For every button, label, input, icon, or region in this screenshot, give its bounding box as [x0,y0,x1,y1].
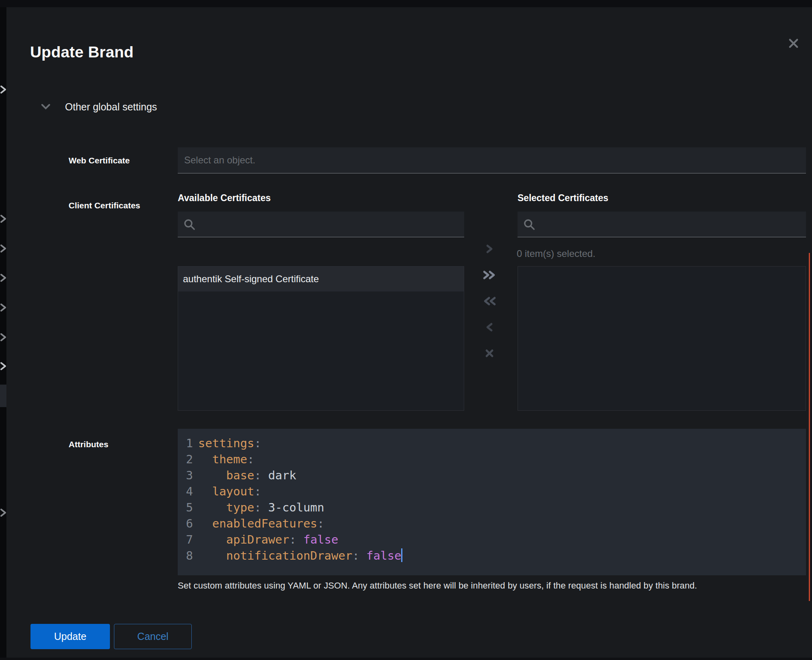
sidebar-expand-chevron-icon[interactable] [0,243,6,254]
double-chevron-left-icon [483,296,496,306]
available-certificates-heading: Available Certificates [178,193,271,204]
chevron-right-icon [485,244,494,254]
code-line: 6 enabledFeatures: [178,515,806,532]
list-item[interactable]: authentik Self-signed Certificate [178,267,464,291]
times-icon [485,348,494,358]
code-line: 8 notificationDrawer: false [178,548,806,564]
drawer-edge-accent [809,253,810,601]
close-icon [788,38,799,49]
top-bar [0,0,812,7]
transfer-remove-button[interactable] [479,317,500,337]
available-search-input[interactable] [200,211,464,237]
transfer-remove-all-button[interactable] [479,291,500,311]
other-global-settings-toggle[interactable]: Other global settings [41,98,157,116]
sidebar-expand-chevron-icon[interactable] [0,361,6,371]
selected-search-input[interactable] [540,211,806,237]
attributes-help-text: Set custom attributes using YAML or JSON… [178,581,804,591]
selected-search-box [518,212,806,237]
modal-title: Update Brand [30,43,134,61]
sidebar-expand-chevron-icon[interactable] [0,302,6,313]
update-brand-page: { "header": { "title": "Update Brand" },… [0,0,812,660]
client-certificates-label: Client Certificates [69,201,140,210]
web-certificate-label: Web Certificate [69,156,130,165]
chevron-down-icon [41,104,51,110]
sidebar-expand-chevron-icon[interactable] [0,84,6,95]
selected-certificates-list[interactable] [518,266,806,411]
drawer-background [810,253,812,601]
transfer-add-all-button[interactable] [479,265,500,285]
transfer-clear-button[interactable] [479,343,500,363]
selected-count-status: 0 item(s) selected. [517,248,595,259]
bottom-band [0,658,812,660]
sidebar-expand-chevron-icon[interactable] [0,214,6,224]
attributes-code-lines: 1settings:2 theme:3 base: dark4 layout:5… [178,435,806,564]
web-certificate-input[interactable] [178,147,806,173]
cancel-button[interactable]: Cancel [114,624,192,649]
attributes-code-editor[interactable]: 1settings:2 theme:3 base: dark4 layout:5… [178,429,806,575]
update-button[interactable]: Update [30,624,110,649]
sidebar-expand-chevron-icon[interactable] [0,507,6,518]
selected-certificates-heading: Selected Certificates [518,193,608,204]
search-icon [523,218,535,230]
code-line: 5 type: 3-column [178,499,806,515]
text-cursor [401,548,402,562]
update-brand-modal: Update Brand Other global settings Web C… [6,7,812,658]
sidebar-expand-chevron-icon[interactable] [0,332,6,342]
chevron-left-icon [485,322,494,332]
double-chevron-right-icon [483,270,496,280]
code-line: 7 apiDrawer: false [178,532,806,548]
available-certificates-list[interactable]: authentik Self-signed Certificate [178,266,464,411]
sidebar-active-item[interactable] [0,385,6,407]
section-toggle-label: Other global settings [65,101,157,113]
code-line: 4 layout: [178,483,806,499]
attributes-label: Attributes [69,440,108,449]
sidebar-expand-chevron-icon[interactable] [0,273,6,283]
close-button[interactable] [784,34,803,53]
code-line: 1settings: [178,435,806,451]
available-search-box [178,212,464,237]
code-line: 2 theme: [178,451,806,467]
transfer-add-button[interactable] [479,239,500,259]
code-line: 3 base: dark [178,467,806,483]
sidebar-sliver [0,7,6,660]
search-icon [183,218,195,230]
dual-list-controls [479,239,500,369]
